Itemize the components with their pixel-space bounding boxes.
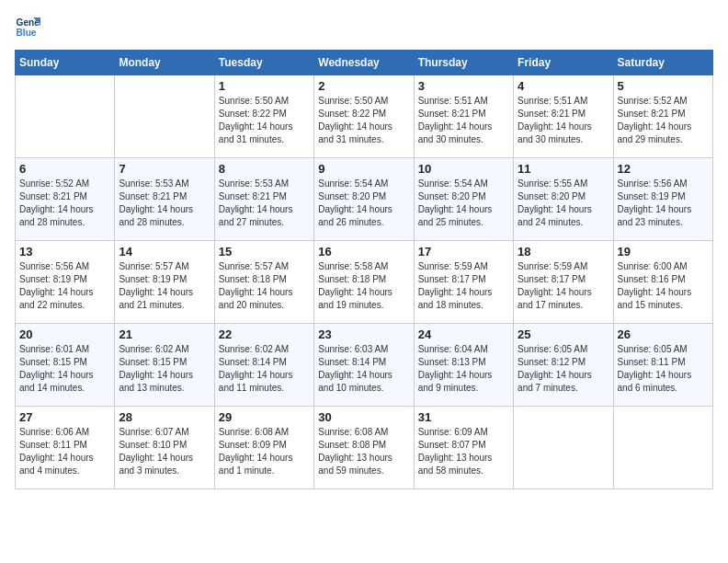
calendar-cell: 21Sunrise: 6:02 AM Sunset: 8:15 PM Dayli… [115, 324, 214, 407]
calendar-week-4: 20Sunrise: 6:01 AM Sunset: 8:15 PM Dayli… [16, 324, 713, 407]
day-number: 15 [219, 245, 310, 259]
day-number: 25 [518, 327, 609, 341]
page-header: General Blue [15, 15, 713, 40]
calendar-cell: 4Sunrise: 5:51 AM Sunset: 8:21 PM Daylig… [514, 75, 613, 158]
day-info: Sunrise: 6:04 AM Sunset: 8:13 PM Dayligh… [418, 343, 509, 395]
day-info: Sunrise: 5:54 AM Sunset: 8:20 PM Dayligh… [418, 178, 509, 229]
day-number: 23 [318, 327, 409, 341]
day-info: Sunrise: 5:52 AM Sunset: 8:21 PM Dayligh… [19, 178, 110, 229]
calendar-cell [514, 407, 613, 489]
calendar-cell: 13Sunrise: 5:56 AM Sunset: 8:19 PM Dayli… [16, 241, 115, 324]
calendar-cell: 10Sunrise: 5:54 AM Sunset: 8:20 PM Dayli… [414, 158, 513, 241]
day-number: 24 [418, 327, 509, 341]
day-number: 1 [219, 79, 310, 93]
day-number: 26 [618, 327, 709, 341]
day-info: Sunrise: 5:56 AM Sunset: 8:19 PM Dayligh… [618, 178, 709, 229]
column-header-tuesday: Tuesday [214, 51, 313, 75]
column-header-friday: Friday [514, 51, 613, 75]
day-number: 27 [19, 410, 110, 424]
calendar-cell: 27Sunrise: 6:06 AM Sunset: 8:11 PM Dayli… [16, 407, 115, 489]
calendar-header-row: SundayMondayTuesdayWednesdayThursdayFrid… [16, 51, 713, 75]
calendar-cell: 25Sunrise: 6:05 AM Sunset: 8:12 PM Dayli… [514, 324, 613, 407]
calendar-cell: 12Sunrise: 5:56 AM Sunset: 8:19 PM Dayli… [613, 158, 712, 241]
day-number: 9 [318, 162, 409, 176]
day-info: Sunrise: 6:08 AM Sunset: 8:08 PM Dayligh… [318, 426, 409, 477]
day-number: 31 [418, 410, 509, 424]
calendar-cell: 31Sunrise: 6:09 AM Sunset: 8:07 PM Dayli… [414, 407, 513, 489]
calendar-week-5: 27Sunrise: 6:06 AM Sunset: 8:11 PM Dayli… [16, 407, 713, 489]
calendar-cell: 19Sunrise: 6:00 AM Sunset: 8:16 PM Dayli… [613, 241, 712, 324]
day-number: 29 [219, 410, 310, 424]
column-header-wednesday: Wednesday [314, 51, 414, 75]
calendar-cell: 6Sunrise: 5:52 AM Sunset: 8:21 PM Daylig… [16, 158, 115, 241]
day-info: Sunrise: 6:05 AM Sunset: 8:11 PM Dayligh… [618, 343, 709, 395]
calendar-cell: 11Sunrise: 5:55 AM Sunset: 8:20 PM Dayli… [514, 158, 613, 241]
calendar-cell: 7Sunrise: 5:53 AM Sunset: 8:21 PM Daylig… [115, 158, 214, 241]
calendar-cell: 23Sunrise: 6:03 AM Sunset: 8:14 PM Dayli… [314, 324, 414, 407]
calendar-cell [16, 75, 115, 158]
calendar-cell: 29Sunrise: 6:08 AM Sunset: 8:09 PM Dayli… [214, 407, 313, 489]
logo-icon: General Blue [15, 15, 40, 40]
day-info: Sunrise: 5:57 AM Sunset: 8:19 PM Dayligh… [119, 260, 210, 312]
calendar-cell: 1Sunrise: 5:50 AM Sunset: 8:22 PM Daylig… [214, 75, 313, 158]
day-info: Sunrise: 6:06 AM Sunset: 8:11 PM Dayligh… [19, 426, 110, 477]
calendar-cell [115, 75, 214, 158]
day-info: Sunrise: 6:03 AM Sunset: 8:14 PM Dayligh… [318, 343, 409, 395]
column-header-saturday: Saturday [613, 51, 712, 75]
calendar-week-3: 13Sunrise: 5:56 AM Sunset: 8:19 PM Dayli… [16, 241, 713, 324]
day-number: 16 [318, 245, 409, 259]
day-number: 3 [418, 79, 509, 93]
calendar-week-2: 6Sunrise: 5:52 AM Sunset: 8:21 PM Daylig… [16, 158, 713, 241]
day-info: Sunrise: 6:09 AM Sunset: 8:07 PM Dayligh… [418, 426, 509, 477]
day-number: 20 [19, 327, 110, 341]
day-info: Sunrise: 5:55 AM Sunset: 8:20 PM Dayligh… [518, 178, 609, 229]
day-info: Sunrise: 5:50 AM Sunset: 8:22 PM Dayligh… [318, 95, 409, 146]
day-number: 13 [19, 245, 110, 259]
calendar-cell: 14Sunrise: 5:57 AM Sunset: 8:19 PM Dayli… [115, 241, 214, 324]
calendar-cell: 20Sunrise: 6:01 AM Sunset: 8:15 PM Dayli… [16, 324, 115, 407]
calendar-cell: 26Sunrise: 6:05 AM Sunset: 8:11 PM Dayli… [613, 324, 712, 407]
day-number: 4 [518, 79, 609, 93]
calendar-cell: 15Sunrise: 5:57 AM Sunset: 8:18 PM Dayli… [214, 241, 313, 324]
calendar-cell: 22Sunrise: 6:02 AM Sunset: 8:14 PM Dayli… [214, 324, 313, 407]
day-info: Sunrise: 6:07 AM Sunset: 8:10 PM Dayligh… [119, 426, 210, 477]
day-number: 10 [418, 162, 509, 176]
calendar-cell: 5Sunrise: 5:52 AM Sunset: 8:21 PM Daylig… [613, 75, 712, 158]
day-info: Sunrise: 5:51 AM Sunset: 8:21 PM Dayligh… [518, 95, 609, 146]
svg-text:Blue: Blue [17, 28, 37, 38]
column-header-sunday: Sunday [16, 51, 115, 75]
day-info: Sunrise: 5:57 AM Sunset: 8:18 PM Dayligh… [219, 260, 310, 312]
calendar-week-1: 1Sunrise: 5:50 AM Sunset: 8:22 PM Daylig… [16, 75, 713, 158]
day-number: 5 [618, 79, 709, 93]
logo: General Blue [15, 15, 46, 40]
day-info: Sunrise: 6:05 AM Sunset: 8:12 PM Dayligh… [518, 343, 609, 395]
day-info: Sunrise: 6:01 AM Sunset: 8:15 PM Dayligh… [19, 343, 110, 395]
calendar-cell: 9Sunrise: 5:54 AM Sunset: 8:20 PM Daylig… [314, 158, 414, 241]
calendar-cell: 18Sunrise: 5:59 AM Sunset: 8:17 PM Dayli… [514, 241, 613, 324]
day-info: Sunrise: 5:53 AM Sunset: 8:21 PM Dayligh… [219, 178, 310, 229]
day-number: 17 [418, 245, 509, 259]
day-info: Sunrise: 6:00 AM Sunset: 8:16 PM Dayligh… [618, 260, 709, 312]
day-info: Sunrise: 5:54 AM Sunset: 8:20 PM Dayligh… [318, 178, 409, 229]
calendar-cell: 2Sunrise: 5:50 AM Sunset: 8:22 PM Daylig… [314, 75, 414, 158]
day-number: 8 [219, 162, 310, 176]
day-info: Sunrise: 6:02 AM Sunset: 8:14 PM Dayligh… [219, 343, 310, 395]
day-info: Sunrise: 5:50 AM Sunset: 8:22 PM Dayligh… [219, 95, 310, 146]
calendar-cell [613, 407, 712, 489]
day-info: Sunrise: 5:51 AM Sunset: 8:21 PM Dayligh… [418, 95, 509, 146]
day-number: 18 [518, 245, 609, 259]
day-number: 30 [318, 410, 409, 424]
calendar-cell: 16Sunrise: 5:58 AM Sunset: 8:18 PM Dayli… [314, 241, 414, 324]
calendar-cell: 3Sunrise: 5:51 AM Sunset: 8:21 PM Daylig… [414, 75, 513, 158]
calendar-cell: 24Sunrise: 6:04 AM Sunset: 8:13 PM Dayli… [414, 324, 513, 407]
column-header-thursday: Thursday [414, 51, 513, 75]
day-number: 12 [618, 162, 709, 176]
day-number: 7 [119, 162, 210, 176]
day-info: Sunrise: 5:52 AM Sunset: 8:21 PM Dayligh… [618, 95, 709, 146]
column-header-monday: Monday [115, 51, 214, 75]
day-number: 6 [19, 162, 110, 176]
day-info: Sunrise: 5:59 AM Sunset: 8:17 PM Dayligh… [518, 260, 609, 312]
day-info: Sunrise: 6:08 AM Sunset: 8:09 PM Dayligh… [219, 426, 310, 477]
calendar-cell: 28Sunrise: 6:07 AM Sunset: 8:10 PM Dayli… [115, 407, 214, 489]
day-info: Sunrise: 6:02 AM Sunset: 8:15 PM Dayligh… [119, 343, 210, 395]
